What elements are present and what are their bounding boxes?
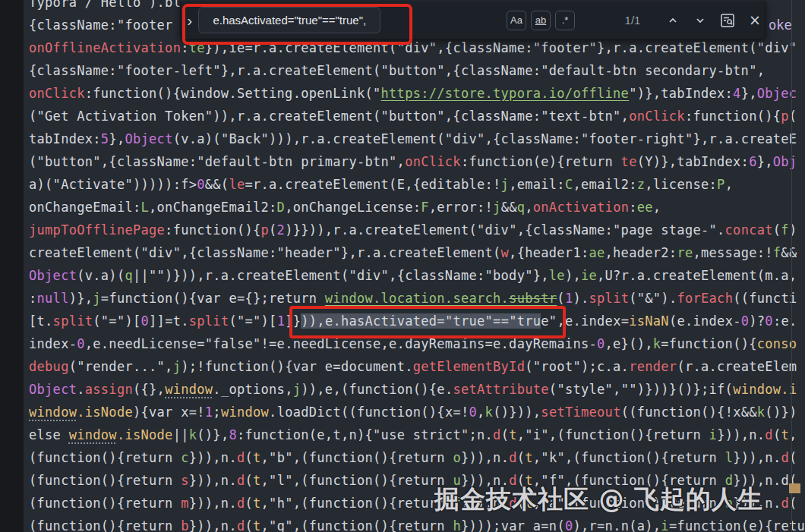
code-token: t: [509, 427, 517, 442]
code-token: (: [245, 450, 253, 465]
code-token: (v.a)(: [77, 268, 125, 283]
code-token: 4: [733, 86, 741, 101]
code-line: onChangeEmail:L,onChangeEmail2:D,onChang…: [29, 196, 805, 219]
code-token: ("render...",: [69, 359, 173, 374]
code-token: onOfflineActivation: [29, 40, 181, 55]
code-token: jumpToOfflinePage: [29, 222, 165, 238]
code-fragment-right-of-find: oke: [769, 14, 792, 36]
find-in-selection-button[interactable]: [718, 11, 737, 30]
code-token: 6: [749, 154, 757, 169]
code-token: ,U?r.a.createElement(m.a,: [597, 268, 797, 283]
code-line: (function(){return b})),n.d(t,"g",(funct…: [29, 515, 805, 532]
code-token: ,"k",(function(){return: [533, 450, 725, 465]
regex-button[interactable]: .*: [555, 11, 575, 30]
code-token: ("&").: [629, 291, 677, 306]
code-token: substr: [509, 291, 557, 306]
code-token: (r.a.createElem: [677, 359, 797, 374]
code-token: )}})),r.a.createElement("div",{className…: [285, 222, 724, 238]
previous-match-button[interactable]: [663, 11, 683, 30]
code-token: :function(e){return: [461, 154, 621, 169]
code-token: else: [29, 427, 69, 442]
regex-label: .*: [562, 14, 569, 26]
code-token: e",e.index=: [541, 313, 629, 329]
code-token: (function(){return: [29, 473, 181, 488]
code-token: ,"g",(function(){return: [261, 518, 453, 532]
code-token: &&: [501, 200, 517, 215]
code-token: p: [261, 222, 270, 238]
code-token: })),n.: [733, 450, 781, 465]
code-token: ,license:: [645, 177, 717, 192]
code-token: &&(: [205, 177, 229, 192]
code-token: F: [421, 200, 429, 215]
code-token: Obj: [773, 154, 797, 169]
code-token: ]}: [285, 313, 301, 329]
code-token: ("Get Activation Token")),r.a.createElem…: [29, 109, 629, 124]
code-token: })));var a=n(: [461, 518, 565, 532]
code-token: 0: [565, 518, 573, 532]
code-token: =function(e){retu: [669, 518, 805, 532]
whole-word-button[interactable]: ab: [531, 11, 551, 30]
code-token: t: [253, 496, 261, 511]
code-token: &&: [781, 245, 797, 260]
code-line: jumpToOfflinePage:function(){p(2)}})),r.…: [29, 219, 805, 241]
find-input[interactable]: [198, 7, 380, 33]
code-token: setAttribute: [453, 382, 548, 397]
code-token: window: [165, 382, 213, 397]
code-token: (function(){return: [29, 518, 181, 532]
code-token: )),e.hasActivated="true"=="tru: [301, 313, 541, 329]
code-token: s: [181, 473, 189, 488]
code-token: ||: [173, 427, 189, 442]
code-token: ]]=t.: [149, 313, 189, 329]
code-line: a)("Activate"))))):f>0&&(le=r.a.createEl…: [29, 173, 805, 196]
code-token: =function(){var e={};return: [101, 291, 325, 306]
code-token: ,header2:: [605, 245, 677, 260]
scrollbar-track[interactable]: [791, 0, 792, 532]
code-token: ("button",{className:"default-btn primar…: [29, 154, 405, 169]
code-token: ,: [653, 200, 661, 215]
code-token: tabIndex:: [29, 131, 101, 146]
find-widget: › Aa ab .* 1/1 ×: [180, 2, 766, 39]
code-token: {className:"footer: [29, 17, 173, 33]
close-find-button[interactable]: ×: [745, 11, 765, 30]
code-token: p: [781, 109, 789, 124]
match-case-button[interactable]: Aa: [507, 11, 526, 30]
code-token: 2: [277, 222, 286, 238]
code-token: },: [757, 154, 773, 169]
code-token: 0: [597, 336, 605, 351]
code-token: :: [629, 200, 637, 215]
code-token: t: [781, 427, 789, 442]
code-token: j: [493, 200, 501, 215]
code-area[interactable]: Typora / Hello ).bl{className:"footeronO…: [29, 0, 805, 532]
code-token: z: [637, 177, 646, 192]
code-line: {className:"footer-left"},r.a.createElem…: [29, 59, 805, 82]
code-line: [t.split("=")[0]]=t.split("=")[1]})),e.h…: [29, 310, 805, 332]
code-token: d: [237, 496, 245, 511]
code-token: ((function(){!x&&: [621, 405, 757, 420]
code-token: j: [501, 177, 510, 192]
next-match-button[interactable]: [690, 11, 710, 30]
code-token: .: [77, 382, 85, 397]
code-token: 0: [741, 313, 750, 329]
code-token: (function(){return: [29, 450, 181, 465]
code-token: split: [589, 291, 630, 306]
expand-replace-chevron-icon[interactable]: ›: [182, 13, 197, 28]
code-token: w: [501, 245, 510, 260]
code-token: ,onChangeLicense:: [285, 200, 421, 215]
code-token: 5: [101, 131, 109, 146]
code-token: (: [245, 518, 253, 532]
code-token: index-: [29, 336, 77, 351]
code-token: ;: [213, 405, 221, 420]
whole-word-label: ab: [535, 14, 546, 26]
code-token: 0: [197, 177, 205, 192]
code-token: split: [53, 313, 93, 329]
code-line: onOfflineActivation:te}),ie=r.a.createEl…: [29, 36, 805, 59]
watermark: 掘金技术社区 @ 飞起的人生: [434, 483, 805, 517]
code-token: 0: [469, 405, 477, 420]
code-token: k: [653, 336, 661, 351]
code-token: :e.: [773, 313, 797, 329]
code-token: m: [181, 496, 189, 511]
code-token: Object: [125, 131, 172, 146]
code-token: te: [621, 154, 637, 169]
code-token: Object: [29, 268, 77, 283]
code-token: 8: [229, 427, 237, 442]
